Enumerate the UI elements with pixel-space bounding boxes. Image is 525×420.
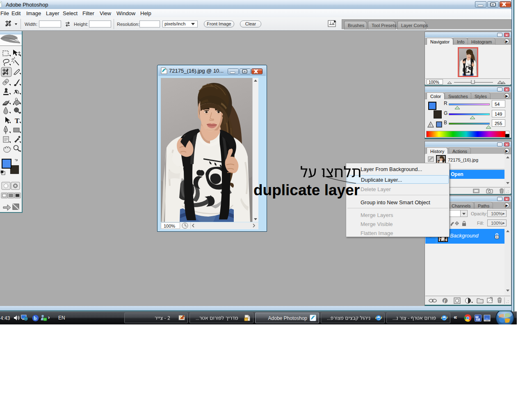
svg-text:!: ! bbox=[430, 123, 431, 127]
svg-text:b: b bbox=[34, 315, 37, 321]
svg-text:T: T bbox=[15, 117, 20, 125]
